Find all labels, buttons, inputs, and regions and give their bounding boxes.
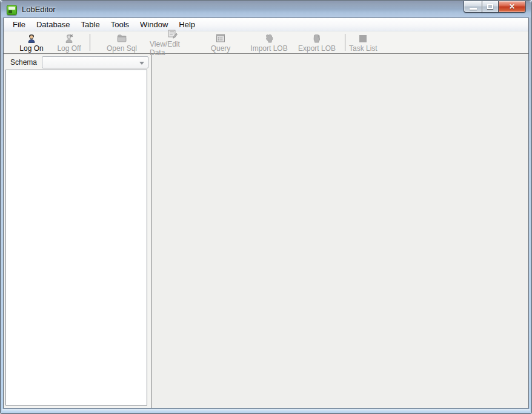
export-lob-button[interactable]: Export LOB: [293, 31, 341, 53]
maximize-button[interactable]: [482, 1, 499, 13]
import-lob-label: Import LOB: [250, 44, 287, 53]
chevron-down-icon: [139, 62, 144, 65]
client-area: File Database Table Tools Window Help Lo…: [3, 18, 529, 409]
folder-icon: [116, 33, 127, 44]
toolbar-separator: [345, 34, 345, 51]
import-lob-button[interactable]: Import LOB: [245, 31, 293, 53]
task-list-button[interactable]: Task List: [349, 31, 377, 53]
open-sql-button[interactable]: Open Sql: [94, 31, 150, 53]
menu-table[interactable]: Table: [76, 18, 105, 31]
task-list-label: Task List: [349, 44, 377, 53]
schema-row: Schema: [4, 55, 148, 70]
logoff-button[interactable]: Log Off: [52, 31, 86, 53]
schema-tree-panel[interactable]: [5, 70, 147, 406]
close-button[interactable]: ✕: [499, 1, 526, 13]
mdi-workspace: [151, 55, 528, 408]
application-window: LobEditor ✕ File Database Table Tools Wi…: [0, 0, 532, 414]
minimize-icon: [470, 8, 477, 10]
query-label: Query: [211, 44, 231, 53]
edit-data-icon: [167, 30, 178, 39]
logon-button[interactable]: Log On: [11, 31, 52, 53]
content-area: Schema: [4, 55, 528, 408]
menu-bar: File Database Table Tools Window Help: [4, 18, 528, 31]
maximize-icon: [487, 4, 493, 9]
menu-file[interactable]: File: [7, 18, 31, 31]
window-title: LobEditor: [22, 5, 56, 14]
logoff-label: Log Off: [57, 44, 81, 53]
title-bar[interactable]: LobEditor ✕: [1, 1, 531, 18]
export-lob-icon: [311, 33, 322, 44]
menu-database[interactable]: Database: [31, 18, 76, 31]
query-button[interactable]: Query: [196, 31, 245, 53]
import-lob-icon: [264, 33, 274, 44]
user-logon-icon: [26, 33, 37, 44]
titlebar-gloss: [1, 1, 531, 8]
logon-label: Log On: [19, 44, 43, 53]
close-icon: ✕: [509, 3, 515, 10]
caption-buttons: ✕: [464, 1, 526, 13]
schema-label: Schema: [10, 58, 41, 67]
user-logoff-icon: [64, 33, 75, 44]
sidebar: Schema: [4, 55, 148, 408]
frame-bottom-highlight: [2, 409, 530, 412]
toolbar: Log On Log Off: [4, 31, 528, 54]
view-edit-data-label: View/Edit Data: [150, 40, 196, 57]
app-icon: [7, 5, 17, 15]
open-sql-label: Open Sql: [107, 44, 137, 53]
task-list-icon: [357, 33, 368, 44]
schema-combobox[interactable]: [42, 56, 148, 68]
minimize-button[interactable]: [464, 1, 482, 13]
export-lob-label: Export LOB: [298, 44, 336, 53]
toolbar-separator: [90, 34, 90, 51]
menu-tools[interactable]: Tools: [105, 18, 135, 31]
query-window-icon: [215, 33, 226, 44]
view-edit-data-button[interactable]: View/Edit Data: [150, 31, 196, 53]
